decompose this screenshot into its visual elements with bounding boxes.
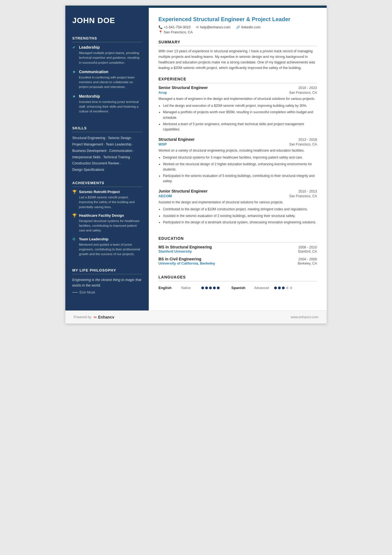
bullet-item: Managed a portfolio of projects worth ov… (163, 110, 317, 120)
achievement-desc-seismic: Led a $20M seismic retrofit project, imp… (72, 195, 142, 209)
footer-logo-text: Enhancv (98, 315, 114, 319)
strength-desc-communication: Excelled in conferring with project team… (72, 75, 142, 90)
experience-section: EXPERIENCE Senior Structural Engineer 20… (158, 77, 317, 230)
philosophy-section: MY LIFE PHILOSOPHY Engineering is the cl… (72, 268, 142, 294)
exp-title-structural: Structural Engineer (158, 137, 195, 142)
strength-title-communication: Communication (79, 70, 108, 74)
strength-title-mentorship: Mentorship (79, 94, 100, 98)
exp-bullets-senior: Led the design and execution of a $20M s… (158, 103, 317, 132)
star-icon-2: ★ (72, 94, 77, 98)
exp-dates-structural: 2013 - 2018 (298, 138, 317, 142)
linkedin-url: linkedin.com (241, 25, 260, 29)
summary-section: SUMMARY With over 13 years of experience… (158, 40, 317, 71)
top-bar (65, 6, 327, 8)
achievement-header: 🏆 Seismic Retrofit Project (72, 190, 142, 194)
dot (274, 287, 277, 289)
exp-location-junior: San Francisco, CA (289, 194, 317, 198)
contact-row: 📞 +1-541-754-3010 ✉ help@enhancv.com 🔗 l… (158, 25, 317, 29)
email-icon: ✉ (196, 25, 199, 29)
skill-item: Business Development · Communication · (72, 148, 142, 154)
phone-number: +1-541-754-3010 (164, 25, 190, 29)
main-content: Experienced Structural Engineer & Projec… (149, 8, 327, 310)
location-row: 📍 San Francisco, CA (158, 30, 317, 34)
trophy-icon: 🏆 (72, 190, 77, 194)
education-section: EDUCATION MS in Structural Engineering 2… (158, 236, 317, 269)
exp-bullets-structural: Designed structural systems for 3 major … (158, 155, 317, 184)
powered-by-text: Powered by (74, 315, 91, 319)
skills-title: SKILLS (72, 126, 142, 132)
philosophy-author: Elon Musk (72, 290, 142, 294)
edu-header: MS in Structural Engineering 2008 - 2010 (158, 245, 317, 249)
email-contact: ✉ help@enhancv.com (196, 25, 230, 29)
strengths-title: STRENGTHS (72, 36, 142, 42)
exp-header: Senior Structural Engineer 2018 - 2023 (158, 85, 317, 90)
bullet-item: Participated in the design of a landmark… (163, 220, 317, 225)
edu-dates-ms: 2008 - 2010 (298, 245, 317, 249)
strength-desc-leadership: Managed multiple project teams, providin… (72, 51, 142, 65)
sidebar: JOHN DOE STRENGTHS ✔ Leadership Managed … (65, 8, 149, 310)
edu-bs: BS in Civil Engineering 2004 - 2008 Univ… (158, 257, 317, 265)
linkedin-contact: 🔗 linkedin.com (236, 25, 260, 29)
achievement-desc-healthcare: Designed structural systems for healthca… (72, 219, 142, 233)
edu-degree-ms: MS in Structural Engineering (158, 245, 212, 249)
strength-mentorship: ★ Mentorship Invested time in mentoring … (72, 94, 142, 114)
skills-list: Structural Engineering · Seismic Design … (72, 135, 142, 173)
experience-title: EXPERIENCE (158, 77, 317, 83)
resume-body: JOHN DOE STRENGTHS ✔ Leadership Managed … (65, 8, 327, 310)
languages-section: LANGUAGES English Native Spanish Advance… (158, 275, 317, 292)
gear-icon: ⚙ (72, 237, 77, 241)
exp-junior: Junior Structural Engineer 2010 - 2013 A… (158, 189, 317, 225)
bullet-item: Worked on the structural design of 2 hig… (163, 162, 317, 172)
trophy-icon-2: 🏆 (72, 213, 77, 218)
exp-dates-senior: 2018 - 2023 (298, 86, 317, 90)
edu-sub: University of California, Berkeley Berke… (158, 261, 317, 265)
achievement-title-team: Team Leadership (79, 237, 108, 241)
exp-desc-junior: Assisted in the design and implementatio… (158, 200, 317, 205)
dot (286, 287, 289, 289)
lang-name-english: English (158, 286, 178, 290)
edu-school-stanford: Stanford University (158, 249, 192, 253)
skill-item: Design Specifications (72, 167, 142, 173)
achievement-header: ⚙ Team Leadership (72, 237, 142, 241)
footer-website: www.enhancv.com (291, 315, 318, 319)
edu-ms: MS in Structural Engineering 2008 - 2010… (158, 245, 317, 253)
dot (290, 287, 292, 289)
phone-contact: 📞 +1-541-754-3010 (158, 25, 190, 29)
achievement-title-seismic: Seismic Retrofit Project (79, 190, 120, 194)
exp-sub: Arup San Francisco, CA (158, 90, 317, 95)
philosophy-title: MY LIFE PHILOSOPHY (72, 268, 142, 274)
resume-container: JOHN DOE STRENGTHS ✔ Leadership Managed … (65, 6, 327, 324)
languages-title: LANGUAGES (158, 275, 317, 281)
philosophy-text: Engineering is the closest thing to magi… (72, 277, 142, 288)
dot (278, 287, 281, 289)
strength-header: ★ Mentorship (72, 94, 142, 98)
dot (282, 287, 285, 289)
exp-location-senior: San Francisco, CA (289, 91, 317, 95)
skills-section: SKILLS Structural Engineering · Seismic … (72, 126, 142, 173)
strength-desc-mentorship: Invested time in mentoring junior techni… (72, 100, 142, 114)
strength-leadership: ✔ Leadership Managed multiple project te… (72, 45, 142, 65)
footer-logo: ∞ Enhancv (93, 315, 114, 320)
exp-bullets-junior: Contributed to the design of a $10M cons… (158, 207, 317, 225)
exp-header: Junior Structural Engineer 2010 - 2013 (158, 189, 317, 193)
bullet-item: Mentored a team of 5 junior engineers, e… (163, 122, 317, 132)
strength-title-leadership: Leadership (79, 45, 100, 50)
skill-item: Construction Document Review · (72, 160, 142, 167)
edu-location-bs: Berkeley, CA (298, 262, 317, 265)
lang-dots-spanish (274, 287, 292, 289)
edu-location-ms: Stanford, CA (298, 250, 317, 253)
edu-sub: Stanford University Stanford, CA (158, 249, 317, 253)
exp-title-junior: Junior Structural Engineer (158, 189, 208, 193)
exp-header: Structural Engineer 2013 - 2018 (158, 137, 317, 142)
skill-item: Interpersonal Skills · Technical Trainin… (72, 154, 142, 161)
email-address: help@enhancv.com (200, 25, 230, 29)
achievement-team: ⚙ Team Leadership Mentored and guided a … (72, 237, 142, 257)
exp-sub: AECOM San Francisco, CA (158, 194, 317, 198)
strength-header: ★ Communication (72, 70, 142, 74)
dot (201, 287, 204, 289)
lang-level-spanish: Advanced (254, 286, 271, 290)
exp-structural: Structural Engineer 2013 - 2018 WSP San … (158, 137, 317, 184)
edu-school-berkeley: University of California, Berkeley (158, 261, 215, 265)
bullet-item: Led the design and execution of a $20M s… (163, 103, 317, 108)
exp-desc-senior: Managed a team of engineers in the desig… (158, 96, 317, 102)
